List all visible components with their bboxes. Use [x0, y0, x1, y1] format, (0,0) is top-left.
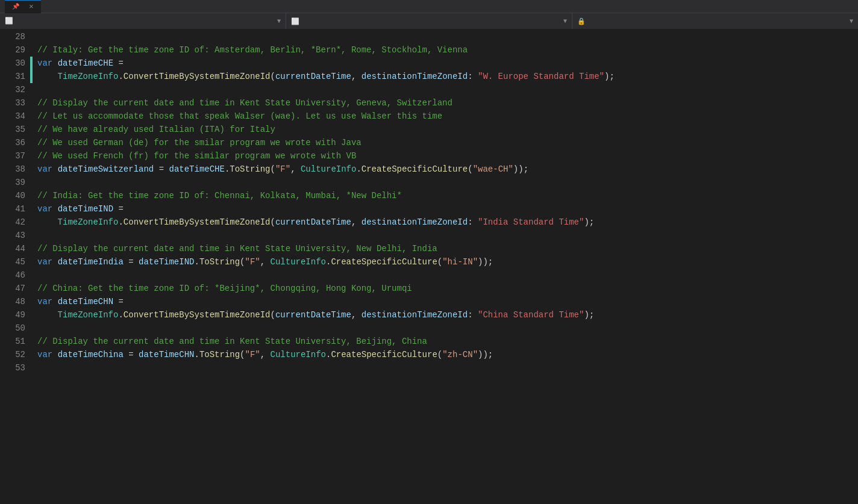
keyword: var	[37, 257, 52, 267]
line-number: 53	[10, 361, 25, 375]
code-line: TimeZoneInfo.ConvertTimeBySystemTimeZone…	[37, 308, 858, 322]
line-number: 52	[10, 348, 25, 361]
close-icon[interactable]: ×	[29, 2, 34, 11]
line-number: 32	[10, 83, 25, 96]
method-name: CreateSpecificCulture	[331, 350, 437, 359]
code-editor[interactable]: // Italy: Get the time zone ID of: Amste…	[33, 29, 858, 504]
type-name: CultureInfo	[301, 164, 356, 174]
named-param: destinationTimeZoneId	[362, 217, 468, 227]
chevron-down-icon-3: ▼	[850, 17, 853, 24]
variable: dateTimeCHN	[58, 297, 113, 306]
code-line: // India: Get the time zone ID of: Chenn…	[37, 189, 858, 202]
file-tab[interactable]: 📌 ×	[5, 0, 41, 13]
method-name: ConvertTimeBySystemTimeZoneId	[124, 72, 271, 81]
keyword: var	[37, 204, 52, 214]
method-name: CreateSpecificCulture	[362, 164, 468, 174]
code-line	[37, 269, 858, 282]
variable: currentDateTime	[275, 72, 351, 81]
comment-text: // Display the current date and time in …	[37, 244, 437, 254]
comment-text: // We used German (de) for the smilar pr…	[37, 138, 362, 148]
code-line: // Display the current date and time in …	[37, 335, 858, 348]
code-line: // China: Get the time zone ID of: *Beij…	[37, 282, 858, 295]
method-name: ConvertTimeBySystemTimeZoneId	[124, 310, 271, 320]
named-param: destinationTimeZoneId	[362, 310, 468, 320]
code-line	[37, 83, 858, 96]
line-number: 42	[10, 216, 25, 229]
comment-text: // India: Get the time zone ID of: Chenn…	[37, 191, 402, 201]
line-number: 35	[10, 123, 25, 136]
string-literal: "F"	[245, 350, 260, 359]
method-name: CreateSpecificCulture	[331, 257, 437, 267]
string-literal: "China Standard Time"	[478, 310, 584, 320]
comment-text: // Let us accommodate those that speak W…	[37, 111, 442, 121]
code-line: var dateTimeIndia = dateTimeIND.ToString…	[37, 255, 858, 269]
nav-dropdown-strings[interactable]: ⬜ ▼	[286, 13, 572, 29]
code-line: TimeZoneInfo.ConvertTimeBySystemTimeZone…	[37, 216, 858, 229]
line-number: 40	[10, 189, 25, 202]
nav-datetime-label: ⬜	[5, 17, 16, 25]
lock-icon: 🔒	[577, 17, 586, 25]
code-line: // We used German (de) for the smilar pr…	[37, 136, 858, 149]
line-number: 38	[10, 163, 25, 176]
line-number: 45	[10, 255, 25, 269]
comment-text: // Italy: Get the time zone ID of: Amste…	[37, 45, 468, 55]
comment-text: // We have already used Italian (ITA) fo…	[37, 125, 275, 134]
variable: dateTimeSwitzerland	[58, 164, 154, 174]
editor: 2829303132333435363738394041424344454647…	[0, 29, 858, 504]
chevron-down-icon-2: ▼	[563, 17, 567, 24]
line-number: 37	[10, 149, 25, 163]
code-line	[37, 322, 858, 335]
string-literal: "W. Europe Standard Time"	[478, 72, 604, 81]
line-number: 44	[10, 242, 25, 255]
keyword: var	[37, 58, 52, 68]
code-line	[37, 361, 858, 375]
code-line	[37, 176, 858, 189]
code-line: // Display the current date and time in …	[37, 242, 858, 255]
code-line: var dateTimeChina = dateTimeCHN.ToString…	[37, 348, 858, 361]
type-name: TimeZoneInfo	[58, 310, 119, 320]
line-number: 51	[10, 335, 25, 348]
type-name: TimeZoneInfo	[58, 217, 119, 227]
string-literal: "India Standard Time"	[478, 217, 584, 227]
type-name: TimeZoneInfo	[58, 72, 119, 81]
string-literal: "F"	[245, 257, 260, 267]
named-param: destinationTimeZoneId	[362, 72, 468, 81]
variable: dateTimeCHE	[169, 164, 224, 174]
indicator-bar	[30, 29, 33, 504]
line-numbers: 2829303132333435363738394041424344454647…	[0, 29, 30, 504]
code-line: // Italy: Get the time zone ID of: Amste…	[37, 43, 858, 57]
green-change-indicator	[30, 57, 33, 83]
comment-text: // China: Get the time zone ID of: *Beij…	[37, 284, 412, 293]
line-number: 39	[10, 176, 25, 189]
code-line: // Display the current date and time in …	[37, 96, 858, 110]
chevron-down-icon: ▼	[277, 17, 281, 24]
line-number: 48	[10, 295, 25, 308]
code-line	[37, 30, 858, 43]
datetime-icon: ⬜	[5, 17, 13, 25]
line-number: 49	[10, 308, 25, 322]
code-line: var dateTimeIND =	[37, 202, 858, 216]
method-name: ConvertTimeBySystemTimeZoneId	[124, 217, 271, 227]
variable: dateTimeChina	[58, 350, 124, 359]
code-line: // We used French (fr) for the similar p…	[37, 149, 858, 163]
code-line: // Let us accommodate those that speak W…	[37, 110, 858, 123]
line-number: 36	[10, 136, 25, 149]
line-number: 29	[10, 43, 25, 57]
variable: currentDateTime	[275, 217, 351, 227]
variable: dateTimeIndia	[58, 257, 124, 267]
string-literal: "F"	[275, 164, 290, 174]
line-number: 30	[10, 57, 25, 70]
code-line: var dateTimeCHN =	[37, 295, 858, 308]
line-number: 28	[10, 30, 25, 43]
string-literal: "zh-CN"	[442, 350, 478, 359]
comment-text: // Display the current date and time in …	[37, 337, 427, 346]
nav-dropdown-main[interactable]: 🔒 ▼	[572, 13, 858, 29]
variable: currentDateTime	[275, 310, 351, 320]
method-name: ToString	[199, 350, 240, 359]
type-name: CultureInfo	[271, 257, 326, 267]
comment-text: // Display the current date and time in …	[37, 98, 452, 108]
line-number: 41	[10, 202, 25, 216]
method-name: ToString	[199, 257, 240, 267]
nav-dropdown-datetime[interactable]: ⬜ ▼	[0, 13, 286, 29]
variable: dateTimeCHN	[139, 350, 194, 359]
